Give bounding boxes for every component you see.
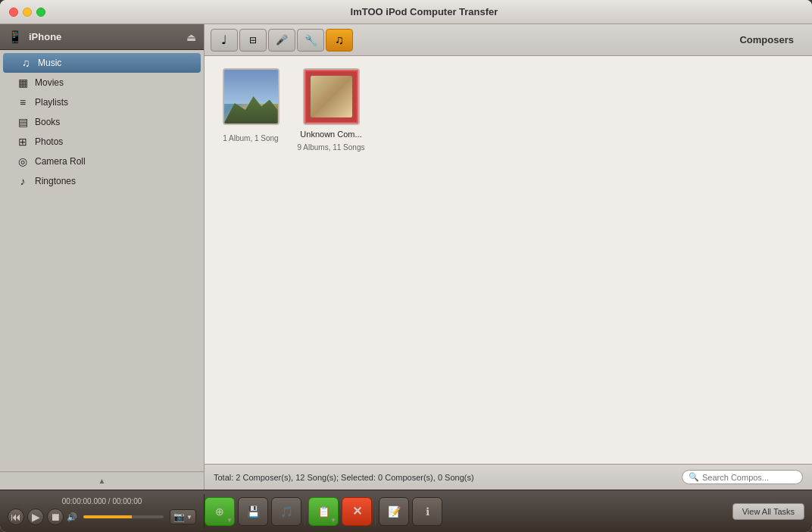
sidebar-item-movies[interactable]: ▦ Movies	[0, 73, 204, 92]
delete-icon: ✕	[352, 504, 362, 518]
transfer-to-pc-button[interactable]: 💾	[238, 497, 268, 526]
minimize-button[interactable]	[23, 8, 32, 17]
tab-composers[interactable]: ♫	[326, 29, 353, 52]
search-box[interactable]: 🔍	[682, 470, 803, 484]
bottom-toolbar: 00:00:00.000 / 00:00:00 ⏮ ▶ ⏹ 🔊 📷 ▼ ⊕ 💾	[0, 490, 812, 532]
sidebar-item-music[interactable]: ♫ Music	[3, 53, 201, 73]
sidebar-item-label-camera-roll: Camera Roll	[35, 156, 86, 167]
sidebar-item-label-photos: Photos	[35, 136, 63, 147]
sidebar-item-books[interactable]: ▤ Books	[0, 112, 204, 132]
camera-button[interactable]: 📷 ▼	[170, 509, 196, 524]
sidebar-item-ringtones[interactable]: ♪ Ringtones	[0, 171, 204, 191]
device-name: iPhone	[29, 31, 180, 42]
info-button[interactable]: ℹ	[412, 497, 442, 526]
add-to-device-button[interactable]: ⊕	[205, 497, 235, 526]
add-playlist-icon: 📋	[317, 505, 330, 518]
sidebar-item-playlists[interactable]: ≡ Playlists	[0, 92, 204, 112]
composer-item-2[interactable]: Unknown Com... 9 Albums, 11 Songs	[297, 68, 365, 152]
view-toolbar: ♩ ⊟ 🎤 🔧 ♫ Composers	[205, 24, 812, 56]
composer-count-1: 1 Album, 1 Song	[223, 134, 278, 142]
ringtones-icon: ♪	[17, 175, 29, 187]
main-window: ImTOO iPod Computer Transfer 📱 iPhone ⏏ …	[0, 0, 812, 532]
books-icon: ▤	[17, 116, 29, 128]
add-playlist-button[interactable]: 📋	[308, 497, 339, 526]
composer-thumb-1	[223, 68, 280, 125]
transfer-icon: 💾	[247, 505, 260, 518]
time-display: 00:00:00.000 / 00:00:00	[8, 497, 196, 505]
thumb-person	[311, 76, 352, 117]
sidebar-item-label-music: Music	[38, 58, 61, 68]
separator-2	[375, 498, 376, 525]
right-panel: ♩ ⊟ 🎤 🔧 ♫ Composers	[205, 24, 812, 490]
playlist-export-button[interactable]: 📝	[379, 497, 409, 526]
volume-slider[interactable]	[83, 515, 164, 518]
composer-count-2: 9 Albums, 11 Songs	[298, 143, 365, 152]
volume-icon: 🔊	[67, 512, 77, 522]
info-icon: ℹ	[426, 505, 429, 518]
separator-1	[304, 498, 305, 525]
view-all-tasks-button[interactable]: View All Tasks	[732, 503, 804, 520]
songs-icon: ♩	[221, 33, 227, 47]
previous-button[interactable]: ⏮	[8, 509, 24, 525]
sidebar-items: ♫ Music ▦ Movies ≡ Playlists ▤ Books ⊞	[0, 50, 204, 471]
tab-genres[interactable]: 🔧	[297, 29, 324, 52]
expand-button[interactable]: ▲	[98, 477, 106, 485]
composer-thumb-landscape	[224, 70, 278, 124]
stop-button[interactable]: ⏹	[47, 509, 64, 525]
eject-button[interactable]: ⏏	[186, 31, 196, 43]
genres-icon: 🔧	[304, 34, 317, 46]
window-buttons	[9, 8, 45, 17]
add-music-icon: 🎵	[280, 505, 293, 518]
sidebar: 📱 iPhone ⏏ ♫ Music ▦ Movies ≡ Playlists	[0, 24, 205, 490]
add-to-device-icon: ⊕	[215, 505, 224, 518]
transport-area: 00:00:00.000 / 00:00:00 ⏮ ▶ ⏹ 🔊 📷 ▼	[0, 494, 205, 528]
tab-songs[interactable]: ♩	[211, 29, 238, 52]
albums-icon: ⊟	[249, 35, 257, 45]
close-button[interactable]	[9, 8, 18, 17]
sidebar-item-photos[interactable]: ⊞ Photos	[0, 132, 204, 152]
device-icon: 📱	[8, 30, 23, 44]
sidebar-item-label-movies: Movies	[35, 77, 64, 88]
camera-arrow: ▼	[186, 514, 192, 521]
status-text: Total: 2 Composer(s), 12 Song(s); Select…	[214, 473, 676, 482]
status-bar: Total: 2 Composer(s), 12 Song(s); Select…	[205, 464, 812, 490]
add-music-button[interactable]: 🎵	[271, 497, 301, 526]
thumb-sky	[224, 70, 278, 104]
bottom-right-actions: ⊕ 💾 🎵 📋 ✕ 📝 ℹ View All Tasks	[205, 497, 812, 526]
playlist-export-icon: 📝	[388, 505, 401, 518]
camera-roll-icon: ◎	[17, 155, 29, 167]
sidebar-header: 📱 iPhone ⏏	[0, 24, 204, 50]
sidebar-item-label-playlists: Playlists	[35, 97, 68, 108]
composers-icon: ♫	[335, 33, 344, 47]
composer-thumb-portrait	[304, 70, 358, 124]
composer-name-2: Unknown Com...	[300, 130, 361, 139]
tab-artists[interactable]: 🎤	[268, 29, 295, 52]
composer-item-1[interactable]: 1 Album, 1 Song	[217, 68, 285, 152]
camera-icon: 📷	[173, 512, 185, 522]
music-icon: ♫	[20, 57, 32, 69]
search-input[interactable]	[702, 473, 793, 482]
search-icon: 🔍	[689, 472, 699, 482]
view-label: Composers	[354, 34, 806, 45]
sidebar-bottom: ▲	[0, 471, 204, 490]
content-area: 1 Album, 1 Song Unknown Com... 9 Albums,…	[205, 56, 812, 464]
tab-albums[interactable]: ⊟	[239, 29, 267, 52]
transport-controls: ⏮ ▶ ⏹ 🔊 📷 ▼	[8, 509, 196, 525]
movies-icon: ▦	[17, 77, 29, 89]
sidebar-item-label-books: Books	[35, 117, 60, 127]
composer-thumb-2	[303, 68, 360, 125]
artists-icon: 🎤	[276, 34, 288, 45]
playlists-icon: ≡	[17, 96, 29, 108]
play-button[interactable]: ▶	[27, 509, 44, 525]
main-content: 📱 iPhone ⏏ ♫ Music ▦ Movies ≡ Playlists	[0, 24, 812, 490]
delete-button[interactable]: ✕	[342, 497, 372, 526]
sidebar-item-camera-roll[interactable]: ◎ Camera Roll	[0, 152, 204, 171]
photos-icon: ⊞	[17, 136, 29, 148]
titlebar: ImTOO iPod Computer Transfer	[0, 0, 812, 24]
maximize-button[interactable]	[36, 8, 45, 17]
window-title: ImTOO iPod Computer Transfer	[45, 6, 803, 17]
sidebar-item-label-ringtones: Ringtones	[35, 176, 76, 186]
